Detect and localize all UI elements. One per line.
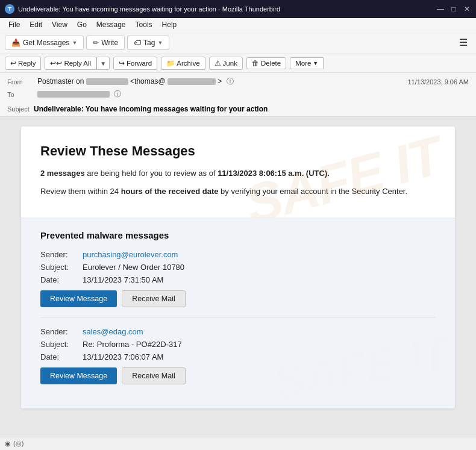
msg1-date-row: Date: 13/11/2023 7:31:50 AM (40, 275, 436, 284)
junk-icon: ⚠ (215, 59, 221, 67)
msg1-sender-value[interactable]: purchasing@eurolever.com (83, 250, 178, 259)
get-messages-dropdown-icon[interactable]: ▼ (72, 40, 77, 46)
messages-count: 2 messages (40, 169, 85, 178)
msg2-date-value: 13/11/2023 7:06:07 AM (83, 352, 163, 361)
subject-value: Undeliverable: You have incoming message… (34, 105, 268, 113)
content-top-section: SAFE IT Review These Messages 2 messages… (21, 127, 455, 218)
close-button[interactable]: ✕ (463, 5, 471, 13)
get-messages-button[interactable]: 📥 Get Messages ▼ (5, 36, 84, 50)
junk-button[interactable]: ⚠ Junk (209, 57, 243, 70)
tag-label: Tag (143, 39, 155, 47)
reply-button[interactable]: ↩ Reply (5, 57, 41, 70)
tag-button[interactable]: 🏷 Tag ▼ (127, 36, 169, 50)
junk-label: Junk (223, 60, 237, 67)
more-button[interactable]: More ▼ (290, 57, 324, 69)
intro-text-2: are being held for you to review as of (85, 169, 218, 178)
to-row: To ⓘ (7, 88, 469, 101)
tag-dropdown-icon[interactable]: ▼ (157, 40, 163, 46)
menu-view[interactable]: View (48, 19, 71, 30)
msg2-review-button[interactable]: Review Message (40, 367, 117, 384)
subject-label: Subject (7, 105, 30, 113)
forward-label: Forward (127, 60, 152, 67)
msg1-review-button[interactable]: Review Message (40, 290, 117, 307)
main-toolbar: 📥 Get Messages ▼ ✏ Write 🏷 Tag ▼ ☰ (0, 31, 476, 54)
msg1-date-label: Date: (40, 275, 83, 284)
msg1-subject-value: Eurolever / New Order 10780 (83, 263, 184, 272)
reply-all-button[interactable]: ↩↩ Reply All (45, 57, 96, 70)
menu-tools[interactable]: Tools (132, 19, 156, 30)
write-label: Write (101, 39, 118, 47)
email-header: ↩ Reply ↩↩ Reply All ▼ ↪ Forward 📁 Archi… (0, 54, 476, 117)
content-bottom-section: SAFE IT Prevented malware messages Sende… (21, 218, 455, 408)
msg2-sender-label: Sender: (40, 327, 83, 336)
msg1-sender-row: Sender: purchasing@eurolever.com (40, 250, 436, 259)
reply-all-btn-group: ↩↩ Reply All ▼ (45, 57, 110, 70)
to-info-icon[interactable]: ⓘ (114, 90, 121, 98)
msg2-subject-label: Subject: (40, 340, 83, 349)
delete-label: Delete (261, 60, 281, 67)
status-icon: ◉ (5, 440, 11, 448)
msg2-date-label: Date: (40, 352, 83, 361)
msg2-action-btns: Review Message Receive Mail (40, 367, 436, 384)
to-value: ⓘ (37, 89, 469, 99)
email-meta: From Postmaster on <thomas@ > ⓘ 11/13/20… (0, 73, 476, 103)
menu-go[interactable]: Go (74, 19, 90, 30)
review-paragraph: Review them within 24 hours of the recei… (40, 186, 436, 198)
email-content: SAFE IT Review These Messages 2 messages… (21, 127, 455, 408)
msg1-subject-row: Subject: Eurolever / New Order 10780 (40, 263, 436, 272)
from-row: From Postmaster on <thomas@ > ⓘ 11/13/20… (7, 75, 469, 88)
maximize-button[interactable]: □ (449, 5, 458, 13)
message-entry-1: Sender: purchasing@eurolever.com Subject… (40, 250, 436, 317)
reply-btn-group: ↩ Reply (5, 57, 41, 70)
get-messages-label: Get Messages (23, 39, 69, 47)
tag-icon: 🏷 (134, 39, 141, 47)
status-text: (◎) (13, 440, 23, 448)
msg1-subject-label: Subject: (40, 263, 83, 272)
to-value-redacted (37, 91, 110, 98)
to-label: To (7, 91, 37, 98)
intro-paragraph: 2 messages are being held for you to rev… (40, 167, 436, 180)
menu-help[interactable]: Help (158, 19, 181, 30)
message-entry-2: Sender: sales@edag.com Subject: Re: Prof… (40, 327, 436, 394)
review-bold: hours of the received date (121, 187, 219, 196)
email-date: 11/13/2023, 9:06 AM (407, 78, 469, 86)
more-label: More (295, 60, 311, 67)
msg2-receive-button[interactable]: Receive Mail (122, 367, 186, 384)
menubar: File Edit View Go Message Tools Help (0, 18, 476, 31)
delete-icon: 🗑 (252, 60, 259, 67)
email-action-toolbar: ↩ Reply ↩↩ Reply All ▼ ↪ Forward 📁 Archi… (0, 54, 476, 73)
write-icon: ✏ (93, 39, 99, 47)
window-controls: — □ ✕ (436, 5, 471, 13)
from-email-prefix: <thomas@ (130, 77, 166, 86)
msg2-sender-value[interactable]: sales@edag.com (83, 327, 143, 336)
reply-all-dropdown-button[interactable]: ▼ (96, 57, 110, 70)
titlebar: T Undeliverable: You have incoming messa… (0, 0, 476, 18)
msg1-sender-label: Sender: (40, 250, 83, 259)
delete-button[interactable]: 🗑 Delete (246, 57, 286, 69)
menu-edit[interactable]: Edit (26, 19, 46, 30)
from-value: Postmaster on <thomas@ > ⓘ (37, 77, 407, 87)
minimize-button[interactable]: — (436, 5, 445, 13)
archive-button[interactable]: 📁 Archive (161, 57, 205, 70)
from-name: Postmaster on (37, 77, 84, 86)
section-heading: Prevented malware messages (40, 230, 436, 240)
reply-label: Reply (18, 60, 36, 67)
from-label: From (7, 78, 37, 86)
msg1-receive-button[interactable]: Receive Mail (122, 290, 186, 307)
from-email-suffix: > (218, 77, 222, 86)
intro-date: 11/13/2023 8:06:15 a.m. (UTC). (218, 169, 330, 178)
reply-all-label: Reply All (64, 60, 91, 67)
statusbar: ◉ (◎) (0, 437, 476, 450)
toolbar-menu-button[interactable]: ☰ (456, 34, 471, 51)
menu-file[interactable]: File (5, 19, 23, 30)
forward-button[interactable]: ↪ Forward (113, 57, 157, 70)
reply-all-icon: ↩↩ (50, 59, 62, 67)
msg1-action-btns: Review Message Receive Mail (40, 290, 436, 307)
write-button[interactable]: ✏ Write (86, 36, 125, 50)
menu-message[interactable]: Message (93, 19, 130, 30)
reply-icon: ↩ (10, 59, 16, 67)
app-icon: T (5, 4, 14, 14)
msg1-date-value: 13/11/2023 7:31:50 AM (83, 275, 163, 284)
from-info-icon[interactable]: ⓘ (227, 77, 234, 86)
msg2-subject-row: Subject: Re: Proforma - PO#22D-317 (40, 340, 436, 349)
